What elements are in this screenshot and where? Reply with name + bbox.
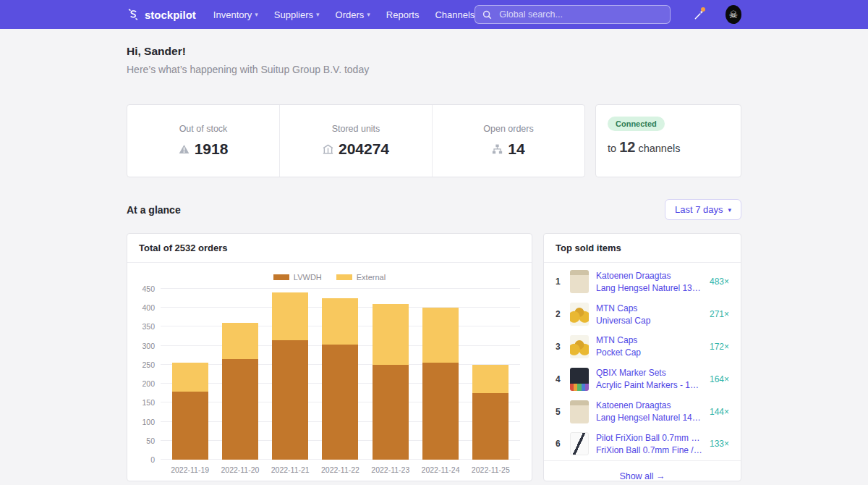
nav-item-inventory[interactable]: Inventory▾	[213, 9, 258, 20]
notification-dot	[701, 7, 705, 12]
top-sold-item[interactable]: 4 QBIX Marker Sets Acrylic Paint Markers…	[556, 363, 729, 395]
section-title: At a glance	[127, 204, 181, 216]
top-sold-title: Top sold items	[544, 234, 741, 263]
rank-label: 1	[556, 277, 563, 287]
brand-name: stockpilot	[145, 9, 196, 21]
product-name-link[interactable]: Pilot FriXion Ball 0.7mm Fin...	[596, 433, 702, 443]
product-name-link[interactable]: QBIX Marker Sets	[596, 368, 702, 378]
y-tick-label: 150	[142, 398, 155, 407]
product-variant-link[interactable]: Lang Hengsel Naturel 135gr	[596, 283, 702, 293]
stat-open-orders[interactable]: Open orders 14	[433, 105, 584, 177]
x-tick-label: 2022-11-24	[415, 465, 465, 474]
bar-segment-external	[472, 365, 509, 393]
warning-triangle-icon	[179, 144, 190, 154]
top-sold-card: Top sold items 1 Katoenen Draagtas Lang …	[543, 233, 741, 481]
x-tick-label: 2022-11-22	[315, 465, 365, 474]
stat-label: Open orders	[483, 124, 533, 134]
nav-item-channels[interactable]: Channels	[435, 9, 475, 20]
nav-item-suppliers[interactable]: Suppliers▾	[274, 9, 320, 20]
rank-label: 6	[556, 439, 563, 449]
avatar-glyph: ☠	[729, 9, 739, 20]
rank-label: 4	[556, 374, 563, 384]
connected-status-badge: Connected	[608, 117, 665, 131]
rank-label: 3	[556, 342, 563, 352]
stats-row: Out of stock 1918 Stored units	[127, 104, 741, 177]
top-sold-item[interactable]: 2 MTN Caps Universal Cap 271×	[556, 298, 729, 331]
legend-item: LVWDH	[273, 273, 322, 282]
product-variant-link[interactable]: Universal Cap	[596, 316, 702, 326]
product-name-link[interactable]: MTN Caps	[596, 303, 702, 313]
stacked-bar	[472, 289, 509, 460]
top-sold-item[interactable]: 1 Katoenen Draagtas Lang Hengsel Naturel…	[556, 266, 729, 298]
sold-count: 172×	[710, 342, 729, 352]
user-avatar[interactable]: ☠	[726, 5, 741, 24]
stat-out-of-stock[interactable]: Out of stock 1918	[127, 105, 280, 177]
product-variant-link[interactable]: Pocket Cap	[596, 347, 702, 358]
bar-segment-lvwdh	[272, 340, 308, 460]
connected-channels-card[interactable]: Connected to 12 channels	[595, 104, 741, 177]
bar-segment-external	[422, 308, 459, 363]
x-tick-label: 2022-11-20	[215, 465, 265, 474]
main-nav: Inventory▾ Suppliers▾ Orders▾ Reports Ch…	[213, 9, 475, 20]
legend-label: LVWDH	[294, 273, 322, 282]
x-tick-label: 2022-11-23	[365, 465, 415, 474]
connected-suffix: channels	[638, 143, 680, 154]
brand-logo[interactable]: stockpilot	[127, 8, 196, 21]
product-variant-link[interactable]: FriXion Ball 0.7mm Fine / Bl...	[596, 445, 702, 455]
y-tick-label: 400	[142, 303, 155, 312]
product-name-link[interactable]: Katoenen Draagtas	[596, 271, 702, 281]
stat-label: Out of stock	[179, 124, 228, 134]
product-name-link[interactable]: Katoenen Draagtas	[596, 400, 702, 410]
bar-segment-lvwdh	[472, 393, 509, 460]
bar-segment-external	[172, 363, 208, 391]
stacked-bar	[422, 289, 459, 460]
chart-bars	[161, 289, 520, 460]
top-sold-item[interactable]: 5 Katoenen Draagtas Lang Hengsel Naturel…	[556, 395, 729, 428]
bar-segment-lvwdh	[222, 359, 258, 460]
show-all-link[interactable]: Show all →	[619, 471, 665, 481]
chart-title: Total of 2532 orders	[127, 234, 532, 263]
connected-prefix: to	[608, 143, 616, 154]
bar-segment-lvwdh	[172, 392, 208, 460]
product-variant-link[interactable]: Lang Hengsel Naturel 140g...	[596, 413, 702, 423]
chevron-down-icon: ▾	[255, 11, 258, 18]
legend-item: External	[336, 273, 386, 282]
warehouse-icon	[323, 144, 333, 154]
chart-x-axis: 2022-11-192022-11-202022-11-212022-11-22…	[161, 465, 520, 474]
top-sold-item[interactable]: 3 MTN Caps Pocket Cap 172×	[556, 331, 729, 363]
bar-segment-external	[373, 304, 409, 365]
nav-item-orders[interactable]: Orders▾	[336, 9, 370, 20]
product-variant-link[interactable]: Acrylic Paint Markers - 18er	[596, 380, 702, 390]
chevron-down-icon: ▾	[316, 11, 320, 18]
product-thumbnail	[570, 432, 589, 455]
top-sold-item[interactable]: 6 Pilot FriXion Ball 0.7mm Fin... FriXio…	[556, 428, 729, 460]
y-tick-label: 300	[142, 342, 155, 350]
product-name-link[interactable]: MTN Caps	[596, 335, 702, 345]
chart-y-axis: 050100150200250300350400450	[139, 289, 161, 460]
y-tick-label: 200	[142, 379, 155, 388]
stat-value: 14	[508, 140, 524, 158]
global-search[interactable]	[475, 5, 671, 24]
stats-card: Out of stock 1918 Stored units	[127, 104, 585, 177]
stat-value: 204274	[339, 140, 389, 158]
stacked-bar	[322, 289, 358, 460]
nav-item-reports[interactable]: Reports	[386, 9, 420, 20]
channel-count: 12	[619, 139, 635, 155]
legend-swatch	[336, 274, 352, 280]
greeting-subtitle: Here’s what’s happening with Suitup Grou…	[127, 64, 741, 75]
legend-swatch	[273, 274, 289, 280]
search-input[interactable]	[498, 9, 663, 20]
assistant-wand-button[interactable]	[692, 7, 705, 22]
stacked-bar	[222, 289, 258, 460]
dashboard-cards-row: Total of 2532 orders LVWDHExternal 05010…	[127, 233, 741, 481]
y-tick-label: 250	[142, 360, 155, 369]
legend-label: External	[357, 273, 386, 282]
greeting-title: Hi, Sander!	[127, 45, 741, 58]
date-range-selector[interactable]: Last 7 days ▾	[665, 199, 741, 220]
stat-stored-units[interactable]: Stored units 204274	[280, 105, 433, 177]
stat-value: 1918	[195, 140, 229, 158]
stacked-bar	[373, 289, 409, 460]
stat-label: Stored units	[332, 124, 380, 134]
stacked-bar	[172, 289, 208, 460]
sold-count: 271×	[710, 309, 729, 319]
